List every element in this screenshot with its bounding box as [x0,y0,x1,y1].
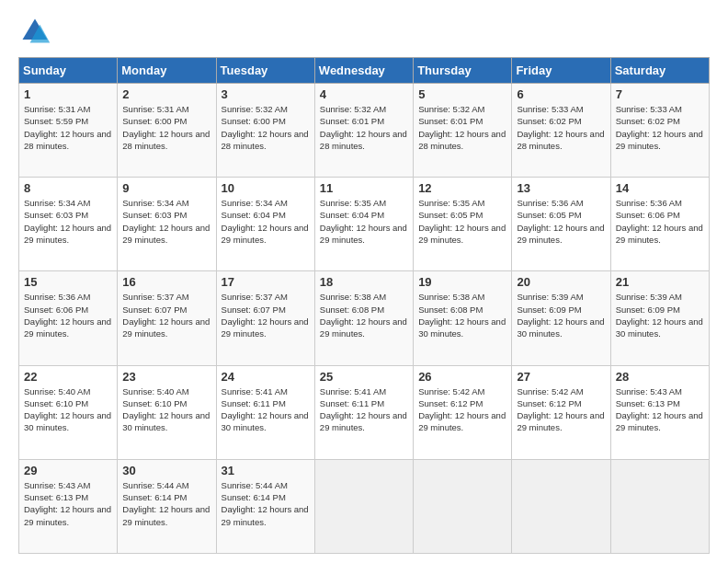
day-number: 18 [320,275,408,289]
calendar-cell: 21 Sunrise: 5:39 AMSunset: 6:09 PMDaylig… [610,271,709,365]
day-info: Sunrise: 5:33 AMSunset: 6:02 PMDaylight:… [616,104,703,151]
day-number: 23 [122,370,210,384]
day-number: 9 [122,181,210,195]
calendar-cell: 10 Sunrise: 5:34 AMSunset: 6:04 PMDaylig… [216,178,314,271]
day-number: 13 [517,181,605,195]
day-info: Sunrise: 5:31 AMSunset: 6:00 PMDaylight:… [122,104,210,151]
page: SundayMondayTuesdayWednesdayThursdayFrid… [0,0,728,563]
day-info: Sunrise: 5:32 AMSunset: 6:01 PMDaylight:… [418,104,506,151]
day-info: Sunrise: 5:36 AMSunset: 6:06 PMDaylight:… [616,198,703,245]
day-info: Sunrise: 5:32 AMSunset: 6:00 PMDaylight:… [222,104,309,151]
day-number: 19 [418,275,506,289]
day-number: 14 [616,181,704,195]
day-number: 10 [222,181,310,195]
day-number: 21 [616,275,704,289]
day-info: Sunrise: 5:42 AMSunset: 6:12 PMDaylight:… [517,386,604,433]
calendar-cell: 11 Sunrise: 5:35 AMSunset: 6:04 PMDaylig… [314,178,413,271]
day-number: 28 [616,370,704,384]
calendar-cell: 23 Sunrise: 5:40 AMSunset: 6:10 PMDaylig… [118,365,216,459]
day-info: Sunrise: 5:40 AMSunset: 6:10 PMDaylight:… [24,386,111,433]
day-info: Sunrise: 5:31 AMSunset: 5:59 PMDaylight:… [24,104,111,151]
day-info: Sunrise: 5:41 AMSunset: 6:11 PMDaylight:… [222,386,309,433]
day-info: Sunrise: 5:33 AMSunset: 6:02 PMDaylight:… [517,104,604,151]
day-info: Sunrise: 5:32 AMSunset: 6:01 PMDaylight:… [320,104,407,151]
calendar-cell: 1 Sunrise: 5:31 AMSunset: 5:59 PMDayligh… [19,84,118,178]
day-info: Sunrise: 5:37 AMSunset: 6:07 PMDaylight:… [122,292,210,339]
calendar-cell: 14 Sunrise: 5:36 AMSunset: 6:06 PMDaylig… [610,178,709,271]
dow-header: Thursday [414,58,512,84]
day-info: Sunrise: 5:37 AMSunset: 6:07 PMDaylight:… [222,292,309,339]
calendar-cell: 17 Sunrise: 5:37 AMSunset: 6:07 PMDaylig… [216,271,314,365]
calendar-cell: 5 Sunrise: 5:32 AMSunset: 6:01 PMDayligh… [414,84,512,178]
day-number: 16 [122,275,210,289]
logo-icon [18,15,51,48]
calendar-cell: 19 Sunrise: 5:38 AMSunset: 6:08 PMDaylig… [414,271,512,365]
calendar-cell: 20 Sunrise: 5:39 AMSunset: 6:09 PMDaylig… [512,271,610,365]
day-info: Sunrise: 5:41 AMSunset: 6:11 PMDaylight:… [320,386,407,433]
calendar-cell: 6 Sunrise: 5:33 AMSunset: 6:02 PMDayligh… [512,84,610,178]
calendar-cell [314,459,413,553]
dow-header: Friday [512,58,610,84]
day-number: 15 [24,275,112,289]
day-info: Sunrise: 5:36 AMSunset: 6:06 PMDaylight:… [24,292,111,339]
day-info: Sunrise: 5:38 AMSunset: 6:08 PMDaylight:… [320,292,407,339]
calendar-cell: 13 Sunrise: 5:36 AMSunset: 6:05 PMDaylig… [512,178,610,271]
day-info: Sunrise: 5:43 AMSunset: 6:13 PMDaylight:… [616,386,703,433]
calendar-cell: 2 Sunrise: 5:31 AMSunset: 6:00 PMDayligh… [118,84,216,178]
day-info: Sunrise: 5:42 AMSunset: 6:12 PMDaylight:… [418,386,506,433]
calendar-cell: 24 Sunrise: 5:41 AMSunset: 6:11 PMDaylig… [216,365,314,459]
calendar-cell [512,459,610,553]
day-number: 6 [517,87,605,101]
calendar-cell: 22 Sunrise: 5:40 AMSunset: 6:10 PMDaylig… [19,365,118,459]
day-info: Sunrise: 5:35 AMSunset: 6:04 PMDaylight:… [320,198,407,245]
day-number: 31 [222,464,310,477]
calendar-cell: 30 Sunrise: 5:44 AMSunset: 6:14 PMDaylig… [118,459,216,553]
calendar-cell: 3 Sunrise: 5:32 AMSunset: 6:00 PMDayligh… [216,84,314,178]
day-info: Sunrise: 5:34 AMSunset: 6:04 PMDaylight:… [222,198,309,245]
day-number: 30 [122,464,210,477]
day-info: Sunrise: 5:38 AMSunset: 6:08 PMDaylight:… [418,292,506,339]
day-number: 20 [517,275,605,289]
calendar-cell: 27 Sunrise: 5:42 AMSunset: 6:12 PMDaylig… [512,365,610,459]
header [18,15,710,48]
day-number: 4 [320,87,408,101]
calendar-cell: 29 Sunrise: 5:43 AMSunset: 6:13 PMDaylig… [19,459,118,553]
day-info: Sunrise: 5:39 AMSunset: 6:09 PMDaylight:… [517,292,604,339]
calendar-cell: 18 Sunrise: 5:38 AMSunset: 6:08 PMDaylig… [314,271,413,365]
dow-header: Wednesday [314,58,413,84]
calendar-cell: 7 Sunrise: 5:33 AMSunset: 6:02 PMDayligh… [610,84,709,178]
day-info: Sunrise: 5:44 AMSunset: 6:14 PMDaylight:… [222,480,309,527]
day-info: Sunrise: 5:39 AMSunset: 6:09 PMDaylight:… [616,292,703,339]
dow-header: Monday [118,58,216,84]
day-number: 22 [24,370,112,384]
day-info: Sunrise: 5:40 AMSunset: 6:10 PMDaylight:… [122,386,210,433]
calendar-cell: 15 Sunrise: 5:36 AMSunset: 6:06 PMDaylig… [19,271,118,365]
day-number: 2 [122,87,210,101]
calendar-cell: 31 Sunrise: 5:44 AMSunset: 6:14 PMDaylig… [216,459,314,553]
day-number: 7 [616,87,704,101]
calendar-cell: 12 Sunrise: 5:35 AMSunset: 6:05 PMDaylig… [414,178,512,271]
dow-header: Tuesday [216,58,314,84]
day-info: Sunrise: 5:36 AMSunset: 6:05 PMDaylight:… [517,198,604,245]
day-number: 5 [418,87,506,101]
dow-header: Sunday [19,58,118,84]
day-info: Sunrise: 5:34 AMSunset: 6:03 PMDaylight:… [122,198,210,245]
calendar-table: SundayMondayTuesdayWednesdayThursdayFrid… [18,57,710,554]
day-number: 8 [24,181,112,195]
dow-header: Saturday [610,58,709,84]
day-number: 27 [517,370,605,384]
day-info: Sunrise: 5:34 AMSunset: 6:03 PMDaylight:… [24,198,111,245]
calendar-cell: 9 Sunrise: 5:34 AMSunset: 6:03 PMDayligh… [118,178,216,271]
calendar-cell [610,459,709,553]
calendar-cell: 4 Sunrise: 5:32 AMSunset: 6:01 PMDayligh… [314,84,413,178]
day-number: 1 [24,87,112,101]
day-number: 12 [418,181,506,195]
day-number: 11 [320,181,408,195]
day-number: 25 [320,370,408,384]
logo [18,15,55,48]
calendar-cell: 25 Sunrise: 5:41 AMSunset: 6:11 PMDaylig… [314,365,413,459]
day-number: 29 [24,464,112,477]
calendar-cell [414,459,512,553]
day-info: Sunrise: 5:35 AMSunset: 6:05 PMDaylight:… [418,198,506,245]
calendar-cell: 28 Sunrise: 5:43 AMSunset: 6:13 PMDaylig… [610,365,709,459]
